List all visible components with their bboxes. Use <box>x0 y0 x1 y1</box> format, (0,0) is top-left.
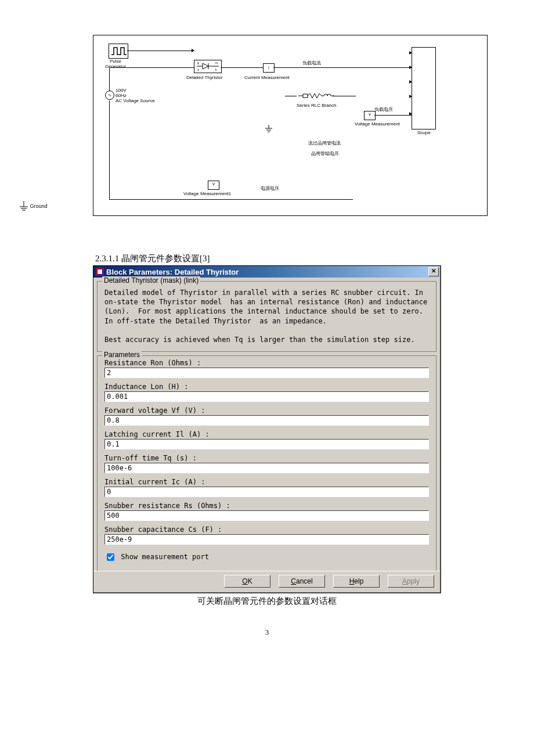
param-lon: Inductance Lon (H) : <box>98 383 436 405</box>
param-cs-label: Snubber capacitance Cs (F) : <box>104 525 429 534</box>
page-number: 3 <box>23 628 511 637</box>
param-lon-input[interactable] <box>104 391 429 402</box>
cancel-button[interactable]: Cancel <box>279 575 325 588</box>
ground-block: Ground <box>19 201 48 213</box>
param-ron: Resistance Ron (Ohms) : <box>98 359 436 381</box>
rlc-branch-label: Series RLC Branch <box>297 103 336 108</box>
ground-label: Ground <box>30 203 48 209</box>
svg-marker-0 <box>203 63 208 69</box>
param-il-input[interactable] <box>104 439 429 449</box>
show-measurement-port-row: Show measurement port <box>98 549 436 571</box>
load-voltage-label: 负载电压 <box>374 106 393 113</box>
mask-group-legend: Detailed Thyristor (mask) (link) <box>102 276 200 285</box>
param-il: Latching current Il (A) : <box>98 430 436 453</box>
show-measurement-port-checkbox[interactable] <box>107 553 114 561</box>
scope-block <box>412 47 436 129</box>
close-icon: ✕ <box>431 268 436 274</box>
src-100v-label: 100V <box>116 88 127 93</box>
simulink-icon <box>96 268 104 276</box>
show-measurement-port-label: Show measurement port <box>121 553 209 561</box>
apply-button[interactable]: Apply <box>388 575 434 588</box>
svg-rect-8 <box>303 94 308 98</box>
voltage-measurement-block: v <box>364 111 376 120</box>
ok-button[interactable]: OK <box>224 575 270 588</box>
param-tq: Turn-off time Tq (s) : <box>98 454 436 477</box>
parameters-group: Parameters Resistance Ron (Ohms) : Induc… <box>97 355 436 571</box>
param-tq-label: Turn-off time Tq (s) : <box>104 454 429 463</box>
param-vf: Forward voltage Vf (V) : <box>98 406 436 429</box>
help-button[interactable]: Help <box>333 575 380 588</box>
param-il-label: Latching current Il (A) : <box>104 430 429 439</box>
dialog-button-bar: OK Cancel Help Apply <box>93 571 440 592</box>
ac-voltage-source-block: ∿ <box>105 91 114 100</box>
param-ron-label: Resistance Ron (Ohms) : <box>104 359 429 368</box>
mask-description-group: Detailed Thyristor (mask) (link) Detaile… <box>97 281 436 352</box>
scope-label: Scope <box>417 130 431 135</box>
svg-text:k: k <box>215 68 217 71</box>
param-vf-input[interactable] <box>104 415 429 426</box>
thyristor-voltage-label: 晶闸管端电压 <box>311 150 339 157</box>
param-rs-input[interactable] <box>104 510 429 521</box>
current-measurement-block: i <box>263 63 275 73</box>
param-rs-label: Snubber resistance Rs (Ohms) : <box>104 502 429 510</box>
mask-description-text: Detailed model of Thyristor in parallel … <box>98 285 436 351</box>
param-cs-input[interactable] <box>104 534 429 545</box>
voltage-measurement1-block: v <box>208 181 219 190</box>
svg-text:g: g <box>197 61 199 64</box>
src-name-label: AC Voltage Source <box>116 98 155 103</box>
pulse-generator-block <box>109 44 128 59</box>
voltage-measurement-label: Voltage Measurement <box>355 121 400 127</box>
dialog-title: Block Parameters: Detailed Thyristor <box>106 268 239 276</box>
param-ic-input[interactable] <box>104 487 429 497</box>
ground-icon <box>264 125 273 134</box>
parameters-group-legend: Parameters <box>102 351 142 359</box>
voltage-measurement1-label: Voltage Measurement1 <box>183 191 231 196</box>
simulink-circuit-diagram: Pulse Generator gmak Detailed Thyristor … <box>93 35 488 216</box>
load-current-label: 负载电流 <box>302 60 321 66</box>
dialog-caption: 可关断晶闸管元件的参数设置对话框 <box>23 596 511 607</box>
source-voltage-label: 电源电压 <box>261 185 279 192</box>
svg-text:m: m <box>215 61 218 64</box>
thyristor-label: Detailed Thyristor <box>186 75 223 80</box>
param-ic-label: Initial current Ic (A) : <box>104 478 429 487</box>
param-cs: Snubber capacitance Cs (F) : <box>98 525 436 548</box>
section-heading: 2.3.1.1 晶闸管元件参数设置[3] <box>95 253 511 264</box>
current-measurement-label: Current Measurement <box>244 75 290 80</box>
src-60hz-label: 60Hz <box>116 93 127 98</box>
dialog-titlebar: Block Parameters: Detailed Thyristor ✕ <box>93 266 440 278</box>
close-button[interactable]: ✕ <box>428 267 439 276</box>
block-parameters-dialog: Block Parameters: Detailed Thyristor ✕ D… <box>93 265 441 593</box>
param-lon-label: Inductance Lon (H) : <box>104 383 429 391</box>
param-vf-label: Forward voltage Vf (V) : <box>104 406 429 415</box>
param-rs: Snubber resistance Rs (Ohms) : <box>98 502 436 524</box>
param-ic: Initial current Ic (A) : <box>98 478 436 501</box>
param-tq-input[interactable] <box>104 463 429 473</box>
svg-text:a: a <box>197 68 199 71</box>
param-ron-input[interactable] <box>104 368 429 378</box>
detailed-thyristor-block: gmak <box>194 60 222 73</box>
rlc-branch-block <box>298 92 334 101</box>
thyristor-current-label: 流过晶闸管电流 <box>308 140 341 146</box>
